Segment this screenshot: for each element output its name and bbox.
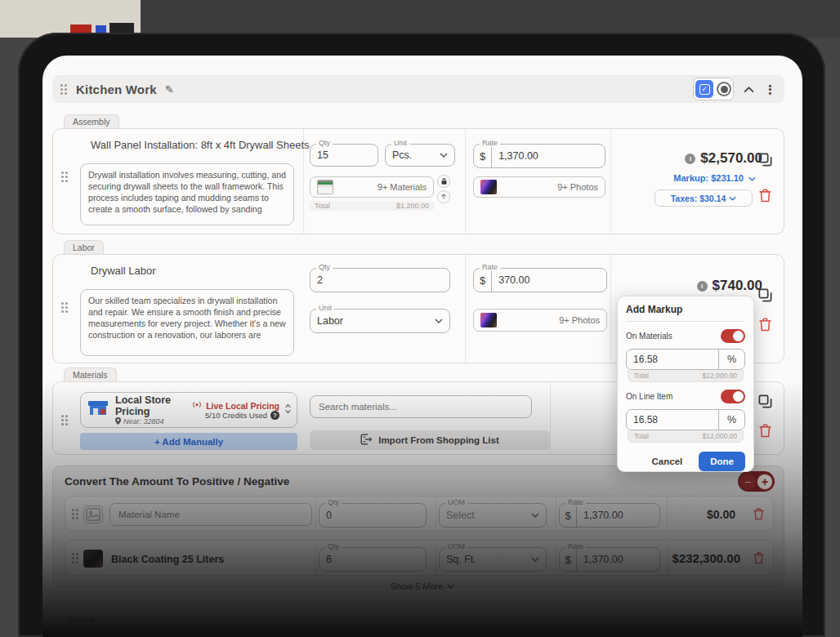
on-line-item-toggle[interactable] xyxy=(721,390,745,403)
assembly-description[interactable]: Drywall installation involves measuring,… xyxy=(80,163,294,225)
on-line-item-row: On Line Item xyxy=(626,390,745,403)
material-photo-thumbnail[interactable] xyxy=(83,550,103,568)
tab-labor[interactable]: Labor xyxy=(64,240,104,255)
row-uom-select[interactable]: UOM Select xyxy=(439,503,547,528)
tab-assembly[interactable]: Assembly xyxy=(64,114,119,129)
labor-rate-field[interactable]: Rate $ xyxy=(473,268,607,292)
material-name-field[interactable] xyxy=(109,503,312,526)
labor-rate-input[interactable] xyxy=(492,274,606,286)
row-qty-input[interactable] xyxy=(319,554,426,565)
material-search-input[interactable] xyxy=(311,396,531,417)
drag-handle-icon[interactable] xyxy=(61,172,64,174)
qty-label: Qty xyxy=(325,542,342,550)
info-icon[interactable] xyxy=(685,154,695,164)
assembly-total: $2,570.00 xyxy=(700,150,762,167)
line-item-markup-input[interactable] xyxy=(627,414,718,425)
tab-materials[interactable]: Materials xyxy=(64,368,117,382)
row-amount: $0.00 xyxy=(707,508,735,521)
upload-arrow-icon[interactable] xyxy=(437,190,450,203)
collapse-chevron-icon[interactable] xyxy=(744,82,754,96)
divider xyxy=(556,497,556,531)
line-item-markup-field[interactable]: % xyxy=(626,409,745,430)
trash-icon[interactable] xyxy=(753,551,765,568)
material-name-input[interactable] xyxy=(110,504,311,525)
labor-unit-select[interactable]: Unit Labor xyxy=(310,309,450,333)
rate-label: Rate xyxy=(480,139,500,147)
show-more-button[interactable]: Show 5 More xyxy=(42,581,802,591)
assembly-qty-field[interactable]: Qty xyxy=(310,144,378,167)
row-qty-field[interactable]: Qty xyxy=(319,547,427,572)
import-label: Import From Shopping List xyxy=(378,435,499,445)
trash-icon[interactable] xyxy=(758,317,772,335)
trash-icon[interactable] xyxy=(758,188,772,206)
on-materials-toggle[interactable] xyxy=(721,329,745,343)
plus-icon[interactable]: + xyxy=(757,474,773,490)
image-placeholder-icon[interactable] xyxy=(83,506,103,523)
trash-icon[interactable] xyxy=(753,507,765,523)
total-label: Total xyxy=(634,372,649,380)
row-rate-input[interactable] xyxy=(577,510,659,521)
assembly-photos-chip[interactable]: 9+ Photos xyxy=(473,176,605,198)
copy-icon[interactable] xyxy=(757,287,773,305)
row-qty-input[interactable] xyxy=(319,510,426,521)
edit-pencil-icon[interactable] xyxy=(165,83,174,96)
assembly-unit-select[interactable]: Unit Pcs. xyxy=(385,144,455,167)
done-button[interactable]: Done xyxy=(699,452,745,471)
pricing-source-name: Local Store Pricing xyxy=(115,394,191,417)
qty-label: Qty xyxy=(316,139,333,147)
materials-markup-field[interactable]: % xyxy=(626,349,745,370)
divider xyxy=(667,541,668,575)
checkbox-mode-button[interactable] xyxy=(695,80,713,98)
import-shopping-list-button[interactable]: Import From Shopping List xyxy=(310,430,550,450)
positive-negative-toggle[interactable]: − + xyxy=(738,471,775,492)
tablet-frame: Kitchen Work Assembly Wall Panel Install xyxy=(18,33,825,637)
labor-qty-field[interactable]: Qty xyxy=(310,268,450,292)
radio-mode-button[interactable] xyxy=(717,82,731,96)
divider xyxy=(465,255,466,363)
copy-icon[interactable] xyxy=(757,394,773,412)
assembly-rate-field[interactable]: Rate $ xyxy=(473,144,605,168)
near-zip: Near: 32804 xyxy=(123,417,164,425)
row-rate-field[interactable]: Rate $ xyxy=(559,503,660,528)
materials-markup-total-value: $12,000.00 xyxy=(702,372,737,380)
labor-description[interactable]: Our skilled team specializes in drywall … xyxy=(80,289,294,356)
drag-handle-icon[interactable] xyxy=(61,415,64,417)
row-qty-field[interactable]: Qty xyxy=(319,503,427,528)
assembly-item-name[interactable]: Wall Panel Installation: 8ft x 4ft Drywa… xyxy=(91,139,310,151)
minus-icon[interactable]: − xyxy=(739,474,756,490)
material-search[interactable] xyxy=(310,395,532,418)
pricing-source-selector[interactable]: Local Store Pricing Near: 32804 Live Loc… xyxy=(80,392,297,428)
drag-handle-icon[interactable] xyxy=(72,509,74,511)
assembly-taxes-chip[interactable]: Taxes: $30.14 xyxy=(655,189,753,207)
labor-total-row: $740.00 xyxy=(615,278,762,294)
assembly-markup-link[interactable]: Markup: $231.10 xyxy=(615,173,756,183)
lock-icon[interactable] xyxy=(437,175,450,188)
photos-chip-label: 9+ Photos xyxy=(557,182,598,192)
cancel-button[interactable]: Cancel xyxy=(647,456,688,467)
assembly-qty-input[interactable] xyxy=(311,149,378,161)
row-uom-select[interactable]: UOM Sq. Ft. xyxy=(439,547,547,572)
row-rate-field[interactable]: Rate $ xyxy=(559,547,660,572)
chevron-down-icon xyxy=(531,557,539,562)
tab-permit[interactable]: Permit xyxy=(69,614,95,624)
assembly-panel: Wall Panel Installation: 8ft x 4ft Drywa… xyxy=(52,128,784,234)
assembly-rate-input[interactable] xyxy=(492,150,605,162)
more-menu-icon[interactable] xyxy=(764,83,776,96)
material-name[interactable]: Black Coating 25 Liters xyxy=(111,554,224,565)
info-icon[interactable] xyxy=(697,281,708,292)
labor-photos-chip[interactable]: 9+ Photos xyxy=(473,309,607,332)
copy-icon[interactable] xyxy=(757,152,773,170)
materials-markup-input[interactable] xyxy=(627,354,718,365)
drag-handle-icon[interactable] xyxy=(61,302,64,305)
labor-item-name[interactable]: Drywall Labor xyxy=(91,265,155,277)
unit-label: Unit xyxy=(316,304,334,312)
assembly-materials-chip[interactable]: 9+ Materials xyxy=(310,176,434,198)
trash-icon[interactable] xyxy=(758,423,772,441)
assembly-materials-total: Total $1,200.00 xyxy=(310,201,434,211)
drag-handle-icon[interactable] xyxy=(60,84,63,87)
row-rate-input[interactable] xyxy=(577,554,659,565)
help-icon[interactable] xyxy=(270,411,279,420)
drag-handle-icon[interactable] xyxy=(72,553,74,555)
labor-qty-input[interactable] xyxy=(311,274,449,286)
add-manually-button[interactable]: + Add Manually xyxy=(80,433,297,450)
